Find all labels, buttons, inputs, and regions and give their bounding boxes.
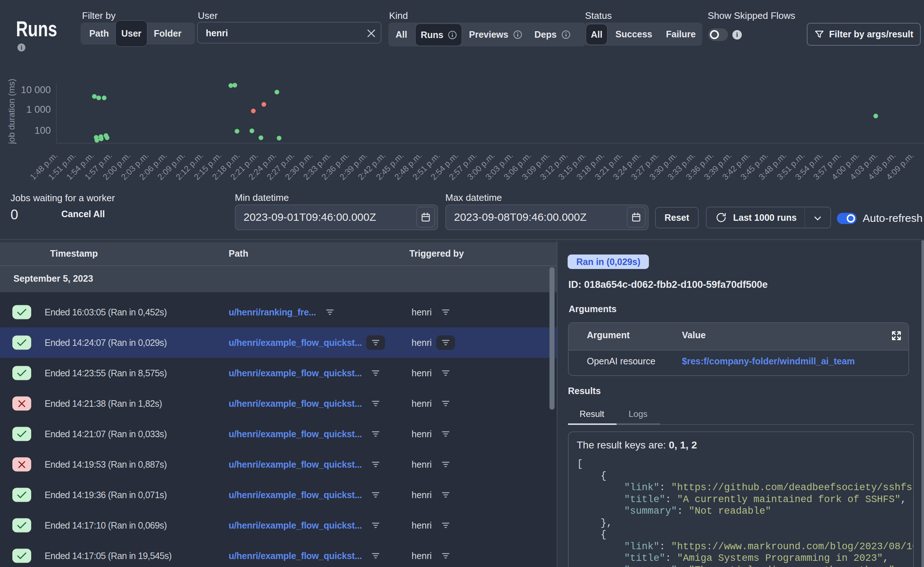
svg-text:job duration (ms): job duration (ms) <box>6 79 17 144</box>
svg-text:1 000: 1 000 <box>26 104 51 115</box>
svg-text:100: 100 <box>35 125 51 136</box>
svg-text:10 000: 10 000 <box>21 84 51 95</box>
